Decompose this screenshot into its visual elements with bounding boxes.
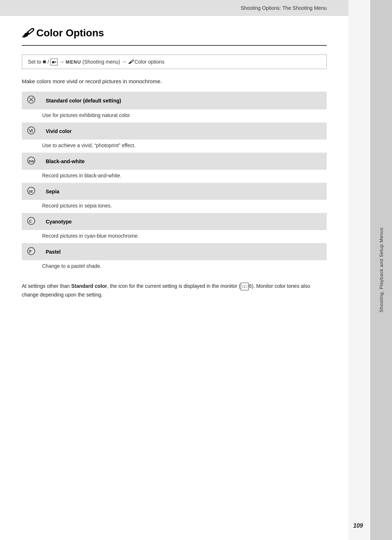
page-title: Color Options: [36, 27, 104, 39]
cyan-icon: C: [22, 213, 41, 230]
standard-color-label: Standard color (default setting): [41, 92, 327, 109]
options-table: Standard color (default setting) Use for…: [22, 92, 327, 273]
side-tab-label: Shooting, Playback and Setup Menus: [379, 227, 384, 313]
page-title-section: 🖌 Color Options: [22, 27, 327, 46]
standard-color-icon: [22, 92, 41, 109]
table-row: BW Black-and-white: [22, 153, 327, 170]
bw-desc: Record pictures in black-and-white.: [22, 170, 327, 183]
footer-text: At settings other than Standard color, t…: [22, 282, 327, 299]
pastel-label: Pastel: [41, 243, 327, 260]
table-row: Use to achieve a vivid, “photoprint” eff…: [22, 140, 327, 153]
table-row: Record pictures in cyan-blue monochrome.: [22, 230, 327, 243]
svg-text:Ⅵ: Ⅵ: [29, 129, 33, 133]
set-to-text: Set to ■ / ■▪ → MENU (Shooting menu) → 🖌…: [28, 59, 164, 65]
header-bar: Shooting Options: The Shooting Menu: [0, 0, 348, 16]
svg-text:SE: SE: [29, 190, 33, 193]
footer-bold: Standard color: [71, 283, 107, 289]
bw-label: Black-and-white: [41, 153, 327, 170]
page-number: 109: [353, 523, 363, 529]
svg-text:C: C: [29, 219, 32, 223]
table-row: SE Sepia: [22, 183, 327, 200]
table-row: Record pictures in sepia tones.: [22, 200, 327, 213]
pastel-icon: P: [22, 243, 41, 260]
inline-reference-icon: □□: [241, 283, 248, 290]
vivid-color-icon: Ⅵ: [22, 122, 41, 140]
table-row: C Cyanotype: [22, 213, 327, 230]
vivid-color-label: Vivid color: [41, 122, 327, 140]
sepia-label: Sepia: [41, 183, 327, 200]
color-options-icon: 🖌: [22, 27, 33, 39]
table-row: Use for pictures exhibiting natural colo…: [22, 109, 327, 122]
vivid-color-desc: Use to achieve a vivid, “photoprint” eff…: [22, 140, 327, 153]
table-row: Standard color (default setting): [22, 92, 327, 109]
table-row: P Pastel: [22, 243, 327, 260]
standard-color-desc: Use for pictures exhibiting natural colo…: [22, 109, 327, 122]
table-row: Record pictures in black-and-white.: [22, 170, 327, 183]
cyan-desc: Record pictures in cyan-blue monochrome.: [22, 230, 327, 243]
table-row: Change to a pastel shade.: [22, 260, 327, 273]
table-row: Ⅵ Vivid color: [22, 122, 327, 140]
header-title: Shooting Options: The Shooting Menu: [241, 5, 327, 11]
bw-icon: BW: [22, 153, 41, 170]
cyan-label: Cyanotype: [41, 213, 327, 230]
sepia-desc: Record pictures in sepia tones.: [22, 200, 327, 213]
svg-text:BW: BW: [29, 160, 34, 163]
pastel-desc: Change to a pastel shade.: [22, 260, 327, 273]
intro-text: Make colors more vivid or record picture…: [22, 77, 327, 86]
svg-text:P: P: [29, 250, 32, 254]
set-to-box: Set to ■ / ■▪ → MENU (Shooting menu) → 🖌…: [22, 55, 327, 69]
sepia-icon: SE: [22, 183, 41, 200]
side-tab: Shooting, Playback and Setup Menus: [370, 0, 392, 540]
